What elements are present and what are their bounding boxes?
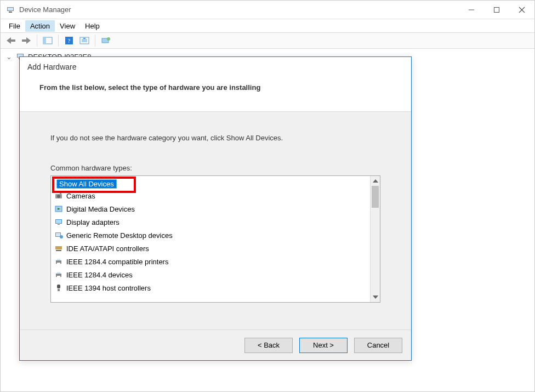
svg-rect-40: [57, 285, 60, 288]
scroll-down-icon[interactable]: [371, 292, 380, 302]
svg-rect-39: [57, 276, 60, 278]
forward-icon[interactable]: [19, 34, 33, 47]
svg-rect-8: [22, 39, 26, 42]
camera-icon: [54, 191, 63, 200]
window-title: Device Manager: [19, 5, 71, 14]
display-adapter-icon: [54, 218, 63, 226]
collapse-icon[interactable]: ⌄: [6, 53, 13, 61]
media-device-icon: [54, 204, 63, 213]
list-item-label: IDE ATA/ATAPI controllers: [66, 245, 149, 253]
printer-icon: [54, 257, 63, 266]
svg-rect-28: [58, 224, 60, 225]
menu-view[interactable]: View: [55, 20, 80, 32]
svg-rect-2: [9, 12, 12, 13]
svg-rect-27: [56, 220, 61, 223]
hardware-types-listbox[interactable]: Show All Devices Cameras Digital Media D…: [50, 175, 380, 303]
back-icon[interactable]: [4, 34, 18, 47]
dialog-footer: < Back Next > Cancel: [20, 329, 411, 360]
menu-file[interactable]: File: [4, 20, 25, 32]
printer-icon: [54, 270, 63, 279]
list-item[interactable]: Generic Remote Desktop devices: [51, 229, 370, 242]
next-button[interactable]: Next >: [299, 338, 348, 353]
dialog-title: Add Hardware: [27, 63, 403, 71]
titlebar: Device Manager: [1, 1, 534, 19]
add-legacy-hardware-icon[interactable]: [99, 34, 113, 47]
scroll-up-icon[interactable]: [371, 176, 380, 186]
scroll-track[interactable]: [371, 186, 380, 292]
svg-rect-32: [55, 246, 62, 249]
menu-help[interactable]: Help: [80, 20, 105, 32]
svg-point-31: [60, 235, 63, 238]
svg-rect-35: [57, 259, 60, 260]
list-item-label: Generic Remote Desktop devices: [66, 231, 173, 240]
svg-rect-7: [11, 39, 15, 42]
scan-hardware-icon[interactable]: [77, 34, 92, 47]
maximize-button[interactable]: [484, 1, 509, 19]
svg-rect-4: [494, 7, 499, 12]
show-hide-console-icon[interactable]: [41, 34, 55, 47]
list-item-label: Cameras: [66, 192, 95, 200]
menubar: File Action View Help: [1, 19, 534, 32]
cancel-button[interactable]: Cancel: [354, 338, 402, 353]
list-item-label: IEEE 1394 host controllers: [66, 284, 151, 292]
svg-marker-42: [373, 179, 378, 183]
svg-rect-14: [82, 39, 87, 42]
toolbar: ?: [1, 32, 534, 49]
list-item[interactable]: Display adapters: [51, 215, 370, 229]
list-item[interactable]: Digital Media Devices: [51, 202, 370, 215]
svg-rect-36: [57, 263, 60, 265]
svg-rect-15: [83, 38, 86, 39]
list-item[interactable]: IEEE 1394 host controllers: [51, 281, 370, 294]
list-item-label: Show All Devices: [56, 179, 117, 189]
add-hardware-dialog: Add Hardware From the list below, select…: [19, 56, 412, 361]
help-icon[interactable]: ?: [62, 34, 76, 47]
menu-action[interactable]: Action: [25, 20, 55, 32]
list-label: Common hardware types:: [50, 164, 380, 172]
listbox-scrollbar[interactable]: [370, 176, 380, 302]
list-item-label: Digital Media Devices: [66, 205, 135, 213]
dialog-hint-text: If you do not see the hardware category …: [50, 134, 380, 142]
dialog-heading: From the list below, select the type of …: [39, 83, 403, 92]
firewire-icon: [54, 283, 63, 292]
minimize-button[interactable]: [459, 1, 484, 19]
app-icon: [6, 5, 15, 14]
list-item[interactable]: Show All Devices: [51, 176, 370, 189]
dialog-header: Add Hardware From the list below, select…: [20, 57, 411, 112]
dialog-body: If you do not see the hardware category …: [20, 112, 411, 329]
svg-rect-1: [8, 8, 13, 10]
svg-rect-38: [57, 272, 60, 274]
ide-controller-icon: [54, 244, 63, 253]
scroll-thumb[interactable]: [372, 186, 379, 208]
list-item-label: IEEE 1284.4 compatible printers: [66, 258, 168, 266]
svg-rect-33: [56, 250, 61, 251]
list-item-label: IEEE 1284.4 devices: [66, 271, 133, 279]
svg-point-22: [57, 195, 60, 198]
list-item[interactable]: Cameras: [51, 189, 370, 202]
svg-point-17: [107, 37, 110, 41]
list-item[interactable]: IDE ATA/ATAPI controllers: [51, 242, 370, 255]
list-item[interactable]: IEEE 1284.4 compatible printers: [51, 255, 370, 268]
back-button[interactable]: < Back: [244, 338, 293, 353]
remote-desktop-icon: [54, 231, 63, 240]
list-item[interactable]: IEEE 1284.4 devices: [51, 268, 370, 281]
svg-rect-30: [56, 233, 60, 236]
close-button[interactable]: [509, 1, 534, 19]
content-area: ⌄ DESKTOP-I93F3E8 Add Hardware From the …: [1, 49, 534, 391]
svg-rect-41: [58, 289, 60, 291]
svg-rect-23: [60, 193, 61, 194]
svg-marker-43: [373, 296, 378, 299]
svg-text:?: ?: [68, 37, 71, 44]
list-item-label: Display adapters: [66, 218, 119, 226]
svg-rect-10: [43, 37, 46, 44]
